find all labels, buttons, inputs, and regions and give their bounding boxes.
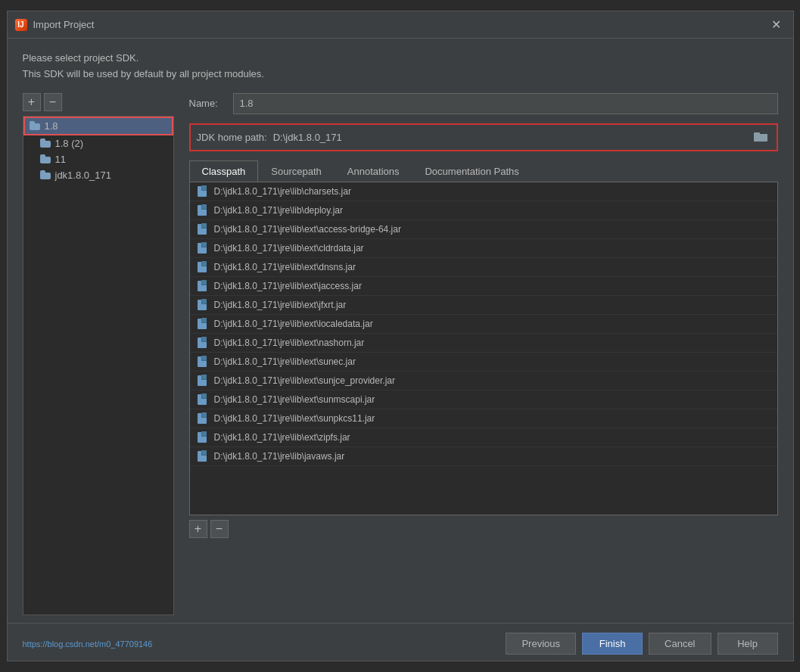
tabs-area: Classpath Sourcepath Annotations Documen… (189, 160, 778, 615)
tab-documentation[interactable]: Documentation Paths (412, 160, 531, 182)
jar-icon (196, 204, 208, 216)
jar-icon (196, 299, 208, 311)
classpath-item-text: D:\jdk1.8.0_171\jre\lib\ext\sunmscapi.ja… (214, 394, 375, 405)
list-item[interactable]: D:\jdk1.8.0_171\jre\lib\ext\access-bridg… (190, 220, 777, 239)
footer-link[interactable]: https://blog.csdn.net/m0_47709146 (23, 639, 153, 649)
close-button[interactable]: ✕ (767, 16, 786, 33)
list-item[interactable]: D:\jdk1.8.0_171\jre\lib\javaws.jar (190, 447, 777, 466)
classpath-item-text: D:\jdk1.8.0_171\jre\lib\ext\zipfs.jar (214, 432, 350, 443)
list-item[interactable]: D:\jdk1.8.0_171\jre\lib\ext\sunpkcs11.ja… (190, 409, 777, 428)
list-item[interactable]: D:\jdk1.8.0_171\jre\lib\ext\cldrdata.jar (190, 239, 777, 258)
jar-icon (196, 356, 208, 368)
name-label: Name: (189, 98, 227, 109)
name-row: Name: (189, 93, 778, 114)
list-item[interactable]: D:\jdk1.8.0_171\jre\lib\ext\nashorn.jar (190, 334, 777, 353)
previous-button[interactable]: Previous (506, 633, 576, 655)
add-sdk-button[interactable]: + (23, 93, 41, 111)
footer-buttons: Previous Finish Cancel Help (506, 633, 777, 655)
list-item[interactable]: D:\jdk1.8.0_171\jre\lib\ext\sunmscapi.ja… (190, 390, 777, 409)
jar-icon (196, 337, 208, 349)
name-input[interactable] (233, 93, 778, 114)
help-button[interactable]: Help (718, 633, 778, 655)
tree-item-label: 1.8 (45, 120, 58, 132)
classpath-item-text: D:\jdk1.8.0_171\jre\lib\ext\dnsns.jar (214, 262, 356, 272)
classpath-item-text: D:\jdk1.8.0_171\jre\lib\ext\sunec.jar (214, 356, 356, 367)
jdk-path-row: JDK home path: (189, 123, 778, 151)
classpath-item-text: D:\jdk1.8.0_171\jre\lib\ext\sunjce_provi… (214, 375, 395, 386)
jdk-path-label: JDK home path: (197, 132, 267, 143)
tree-item-1.8[interactable]: 1.8 (23, 117, 173, 135)
list-item[interactable]: D:\jdk1.8.0_171\jre\lib\ext\dnsns.jar (190, 258, 777, 277)
classpath-item-text: D:\jdk1.8.0_171\jre\lib\ext\sunpkcs11.ja… (214, 413, 375, 424)
list-item[interactable]: D:\jdk1.8.0_171\jre\lib\deploy.jar (190, 201, 777, 220)
dialog-title: Import Project (33, 19, 95, 30)
folder-icon (40, 170, 51, 179)
classpath-item-text: D:\jdk1.8.0_171\jre\lib\ext\jfxrt.jar (214, 300, 347, 310)
classpath-item-text: D:\jdk1.8.0_171\jre\lib\ext\access-bridg… (214, 224, 401, 235)
title-bar: IJ Import Project ✕ (8, 11, 793, 39)
tree-item-jdk[interactable]: jdk1.8.0_171 (23, 167, 173, 183)
svg-rect-1 (754, 132, 760, 135)
jdk-path-input[interactable] (273, 132, 745, 143)
jar-icon (196, 450, 208, 462)
main-content: + − 1.8 1.8 (2) 11 (23, 93, 778, 615)
sdk-tree[interactable]: 1.8 1.8 (2) 11 jdk1.8.0_171 (23, 116, 174, 615)
folder-icon (40, 138, 51, 148)
list-item[interactable]: D:\jdk1.8.0_171\jre\lib\ext\zipfs.jar (190, 428, 777, 447)
remove-classpath-button[interactable]: − (210, 520, 229, 538)
jar-icon (196, 431, 208, 443)
left-toolbar: + − (23, 93, 174, 111)
tab-sourcepath[interactable]: Sourcepath (258, 160, 335, 182)
classpath-item-text: D:\jdk1.8.0_171\jre\lib\deploy.jar (214, 205, 344, 216)
classpath-item-text: D:\jdk1.8.0_171\jre\lib\charsets.jar (214, 186, 351, 197)
app-icon: IJ (15, 19, 27, 31)
classpath-item-text: D:\jdk1.8.0_171\jre\lib\ext\localedata.j… (214, 319, 373, 329)
tab-annotations[interactable]: Annotations (335, 160, 412, 182)
jar-icon (196, 318, 208, 330)
jar-icon (196, 261, 208, 273)
folder-icon (40, 154, 51, 163)
classpath-content[interactable]: D:\jdk1.8.0_171\jre\lib\charsets.jarD:\j… (189, 182, 778, 515)
description-line1: Please select project SDK. (23, 51, 778, 67)
jar-icon (196, 394, 208, 406)
jar-icon (196, 280, 208, 292)
jar-icon (196, 242, 208, 254)
list-item[interactable]: D:\jdk1.8.0_171\jre\lib\ext\localedata.j… (190, 315, 777, 334)
classpath-item-text: D:\jdk1.8.0_171\jre\lib\javaws.jar (214, 451, 345, 462)
tree-item-1.8-2[interactable]: 1.8 (2) (23, 135, 173, 151)
classpath-item-text: D:\jdk1.8.0_171\jre\lib\ext\nashorn.jar (214, 338, 365, 348)
left-panel: + − 1.8 1.8 (2) 11 (23, 93, 174, 615)
list-item[interactable]: D:\jdk1.8.0_171\jre\lib\ext\sunec.jar (190, 353, 777, 372)
tree-item-label: 1.8 (2) (55, 138, 84, 149)
jar-icon (196, 375, 208, 387)
add-classpath-button[interactable]: + (189, 520, 207, 538)
list-item[interactable]: D:\jdk1.8.0_171\jre\lib\ext\jfxrt.jar (190, 296, 777, 315)
jar-icon (196, 185, 208, 198)
classpath-item-text: D:\jdk1.8.0_171\jre\lib\ext\jaccess.jar (214, 281, 362, 291)
jar-icon (196, 223, 208, 235)
tree-item-11[interactable]: 11 (23, 151, 173, 167)
description: Please select project SDK. This SDK will… (23, 51, 778, 82)
jar-icon (196, 412, 208, 425)
finish-button[interactable]: Finish (582, 633, 643, 655)
description-line2: This SDK will be used by default by all … (23, 67, 778, 82)
browse-button[interactable] (751, 129, 770, 145)
dialog-footer: https://blog.csdn.net/m0_47709146 Previo… (8, 623, 793, 661)
tree-item-label: jdk1.8.0_171 (55, 170, 111, 181)
tab-classpath[interactable]: Classpath (189, 160, 259, 182)
list-item[interactable]: D:\jdk1.8.0_171\jre\lib\charsets.jar (190, 182, 777, 201)
tree-item-label: 11 (55, 154, 66, 165)
folder-icon (30, 121, 40, 130)
classpath-item-text: D:\jdk1.8.0_171\jre\lib\ext\cldrdata.jar (214, 243, 364, 254)
dialog-body: Please select project SDK. This SDK will… (8, 39, 793, 623)
import-project-dialog: IJ Import Project ✕ Please select projec… (7, 11, 794, 661)
list-item[interactable]: D:\jdk1.8.0_171\jre\lib\ext\jaccess.jar (190, 277, 777, 296)
remove-sdk-button[interactable]: − (44, 93, 62, 111)
cancel-button[interactable]: Cancel (649, 633, 711, 655)
bottom-toolbar: + − (189, 520, 778, 538)
tabs-row: Classpath Sourcepath Annotations Documen… (189, 160, 778, 182)
title-bar-left: IJ Import Project (15, 19, 95, 31)
right-panel: Name: JDK home path: (174, 93, 778, 615)
list-item[interactable]: D:\jdk1.8.0_171\jre\lib\ext\sunjce_provi… (190, 372, 777, 390)
